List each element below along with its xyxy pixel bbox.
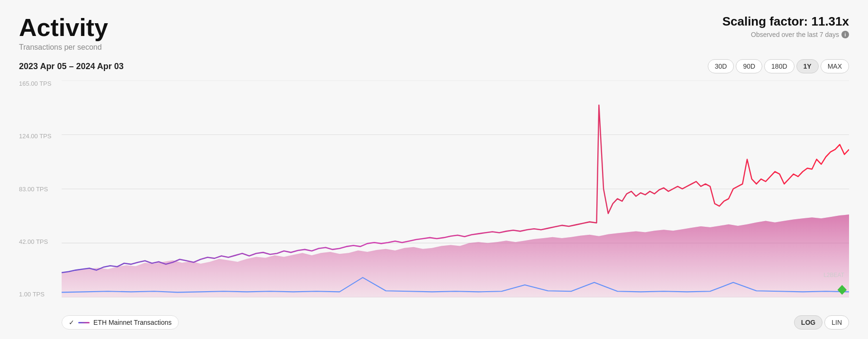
- top-row: Activity Transactions per second Scaling…: [19, 14, 849, 52]
- scaling-factor-label: Scaling factor:: [722, 14, 812, 28]
- chart-svg-container: L2BEAT: [62, 80, 849, 297]
- btn-max[interactable]: MAX: [821, 59, 849, 73]
- chart-area: 1.00 TPS 42.00 TPS 83.00 TPS 124.00 TPS …: [19, 80, 849, 312]
- y-label-0: 1.00 TPS: [19, 291, 62, 297]
- date-range: 2023 Apr 05 – 2024 Apr 03: [19, 62, 124, 71]
- y-label-2: 83.00 TPS: [19, 186, 62, 192]
- btn-90d[interactable]: 90D: [736, 59, 762, 73]
- main-container: Activity Transactions per second Scaling…: [0, 0, 868, 339]
- legend-line: [78, 322, 90, 323]
- observed-text: Observed over the last 7 days i: [722, 31, 849, 38]
- scaling-factor-value: 11.31x: [811, 14, 849, 28]
- legend-label: ETH Mainnet Transactions: [93, 319, 172, 326]
- page-title: Activity: [19, 14, 108, 41]
- watermark: L2BEAT: [823, 272, 844, 278]
- left-header: Activity Transactions per second: [19, 14, 108, 52]
- scaling-factor: Scaling factor: 11.31x: [722, 14, 849, 29]
- btn-180d[interactable]: 180D: [764, 59, 794, 73]
- y-label-1: 42.00 TPS: [19, 239, 62, 245]
- bottom-row: ✓ ETH Mainnet Transactions LOG LIN: [19, 315, 849, 330]
- btn-1y[interactable]: 1Y: [796, 59, 819, 73]
- log-lin-buttons: LOG LIN: [794, 315, 849, 330]
- btn-lin[interactable]: LIN: [824, 315, 849, 330]
- y-label-3: 124.00 TPS: [19, 133, 62, 139]
- info-icon[interactable]: i: [841, 31, 849, 38]
- time-buttons: 30D 90D 180D 1Y MAX: [708, 59, 849, 73]
- subtitle: Transactions per second: [19, 43, 108, 52]
- btn-log[interactable]: LOG: [794, 315, 822, 330]
- y-axis-labels: 1.00 TPS 42.00 TPS 83.00 TPS 124.00 TPS …: [19, 80, 62, 297]
- date-and-buttons: 2023 Apr 05 – 2024 Apr 03 30D 90D 180D 1…: [19, 59, 849, 73]
- y-label-4: 165.00 TPS: [19, 80, 62, 87]
- legend-check: ✓: [69, 319, 74, 326]
- legend-item: ✓ ETH Mainnet Transactions: [62, 315, 179, 330]
- btn-30d[interactable]: 30D: [708, 59, 734, 73]
- right-header: Scaling factor: 11.31x Observed over the…: [722, 14, 849, 38]
